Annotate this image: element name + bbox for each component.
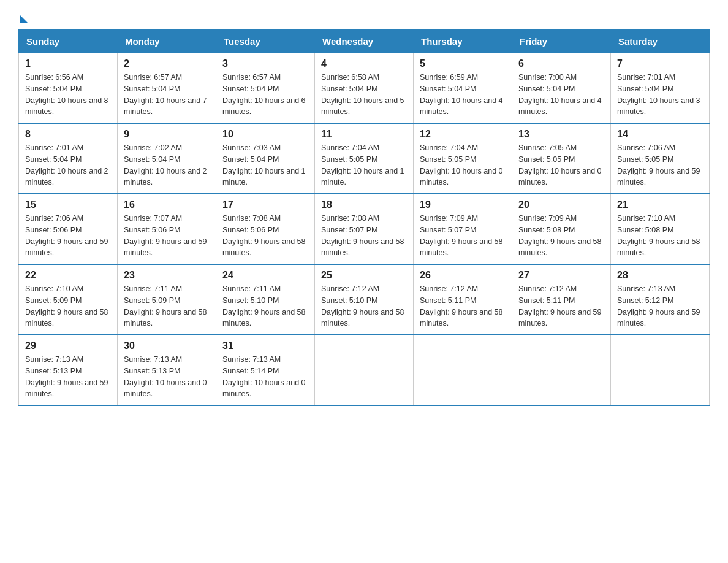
day-info: Sunrise: 7:13 AM Sunset: 5:12 PM Dayligh… <box>617 283 703 329</box>
day-info: Sunrise: 6:59 AM Sunset: 5:04 PM Dayligh… <box>420 72 506 118</box>
calendar-cell <box>611 335 710 405</box>
day-number: 7 <box>617 58 703 69</box>
calendar-cell: 18 Sunrise: 7:08 AM Sunset: 5:07 PM Dayl… <box>315 194 414 264</box>
calendar-cell: 9 Sunrise: 7:02 AM Sunset: 5:04 PM Dayli… <box>118 123 216 194</box>
calendar-cell: 8 Sunrise: 7:01 AM Sunset: 5:04 PM Dayli… <box>19 123 118 194</box>
day-info: Sunrise: 7:05 AM Sunset: 5:05 PM Dayligh… <box>518 142 604 188</box>
calendar-cell: 16 Sunrise: 7:07 AM Sunset: 5:06 PM Dayl… <box>118 194 216 264</box>
day-info: Sunrise: 7:06 AM Sunset: 5:05 PM Dayligh… <box>617 142 703 188</box>
header-cell-friday: Friday <box>512 30 611 53</box>
calendar-body: 1 Sunrise: 6:56 AM Sunset: 5:04 PM Dayli… <box>19 53 710 406</box>
page-header <box>18 12 710 23</box>
calendar-cell: 21 Sunrise: 7:10 AM Sunset: 5:08 PM Dayl… <box>611 194 710 264</box>
calendar-cell: 26 Sunrise: 7:12 AM Sunset: 5:11 PM Dayl… <box>414 264 512 335</box>
day-info: Sunrise: 7:10 AM Sunset: 5:08 PM Dayligh… <box>617 213 703 259</box>
day-info: Sunrise: 6:58 AM Sunset: 5:04 PM Dayligh… <box>321 72 407 118</box>
calendar-week-row: 29 Sunrise: 7:13 AM Sunset: 5:13 PM Dayl… <box>19 335 710 405</box>
day-number: 21 <box>617 199 703 210</box>
day-number: 24 <box>222 270 308 281</box>
calendar-cell: 15 Sunrise: 7:06 AM Sunset: 5:06 PM Dayl… <box>19 194 118 264</box>
day-number: 5 <box>420 58 506 69</box>
day-info: Sunrise: 6:57 AM Sunset: 5:04 PM Dayligh… <box>124 72 210 118</box>
day-info: Sunrise: 7:01 AM Sunset: 5:04 PM Dayligh… <box>25 142 111 188</box>
header-cell-tuesday: Tuesday <box>216 30 315 53</box>
calendar-cell: 5 Sunrise: 6:59 AM Sunset: 5:04 PM Dayli… <box>414 53 512 124</box>
day-number: 18 <box>321 199 407 210</box>
calendar-cell: 31 Sunrise: 7:13 AM Sunset: 5:14 PM Dayl… <box>216 335 315 405</box>
day-info: Sunrise: 7:07 AM Sunset: 5:06 PM Dayligh… <box>124 213 210 259</box>
day-number: 31 <box>222 340 308 351</box>
day-number: 14 <box>617 129 703 140</box>
day-info: Sunrise: 7:02 AM Sunset: 5:04 PM Dayligh… <box>124 142 210 188</box>
day-info: Sunrise: 7:00 AM Sunset: 5:04 PM Dayligh… <box>518 72 604 118</box>
calendar-cell: 14 Sunrise: 7:06 AM Sunset: 5:05 PM Dayl… <box>611 123 710 194</box>
logo-text <box>18 12 28 23</box>
day-info: Sunrise: 7:08 AM Sunset: 5:06 PM Dayligh… <box>222 213 308 259</box>
day-number: 11 <box>321 129 407 140</box>
day-number: 13 <box>518 129 604 140</box>
day-number: 16 <box>124 199 210 210</box>
header-cell-saturday: Saturday <box>611 30 710 53</box>
header-cell-thursday: Thursday <box>414 30 512 53</box>
calendar-week-row: 8 Sunrise: 7:01 AM Sunset: 5:04 PM Dayli… <box>19 123 710 194</box>
calendar-cell: 11 Sunrise: 7:04 AM Sunset: 5:05 PM Dayl… <box>315 123 414 194</box>
day-info: Sunrise: 7:01 AM Sunset: 5:04 PM Dayligh… <box>617 72 703 118</box>
day-info: Sunrise: 7:10 AM Sunset: 5:09 PM Dayligh… <box>25 283 111 329</box>
calendar-cell: 1 Sunrise: 6:56 AM Sunset: 5:04 PM Dayli… <box>19 53 118 124</box>
calendar-header-row: SundayMondayTuesdayWednesdayThursdayFrid… <box>19 30 710 53</box>
day-number: 6 <box>518 58 604 69</box>
calendar-cell: 2 Sunrise: 6:57 AM Sunset: 5:04 PM Dayli… <box>118 53 216 124</box>
calendar-cell: 10 Sunrise: 7:03 AM Sunset: 5:04 PM Dayl… <box>216 123 315 194</box>
calendar-cell: 17 Sunrise: 7:08 AM Sunset: 5:06 PM Dayl… <box>216 194 315 264</box>
calendar-cell: 23 Sunrise: 7:11 AM Sunset: 5:09 PM Dayl… <box>118 264 216 335</box>
calendar-cell: 29 Sunrise: 7:13 AM Sunset: 5:13 PM Dayl… <box>19 335 118 405</box>
calendar-cell <box>512 335 611 405</box>
day-number: 30 <box>124 340 210 351</box>
day-info: Sunrise: 6:56 AM Sunset: 5:04 PM Dayligh… <box>25 72 111 118</box>
day-info: Sunrise: 7:11 AM Sunset: 5:10 PM Dayligh… <box>222 283 308 329</box>
day-info: Sunrise: 7:12 AM Sunset: 5:10 PM Dayligh… <box>321 283 407 329</box>
calendar-week-row: 1 Sunrise: 6:56 AM Sunset: 5:04 PM Dayli… <box>19 53 710 124</box>
calendar-cell: 25 Sunrise: 7:12 AM Sunset: 5:10 PM Dayl… <box>315 264 414 335</box>
calendar-cell: 22 Sunrise: 7:10 AM Sunset: 5:09 PM Dayl… <box>19 264 118 335</box>
day-number: 9 <box>124 129 210 140</box>
day-number: 12 <box>420 129 506 140</box>
day-number: 10 <box>222 129 308 140</box>
day-info: Sunrise: 7:04 AM Sunset: 5:05 PM Dayligh… <box>420 142 506 188</box>
day-number: 28 <box>617 270 703 281</box>
day-number: 1 <box>25 58 111 69</box>
day-info: Sunrise: 7:09 AM Sunset: 5:08 PM Dayligh… <box>518 213 604 259</box>
day-info: Sunrise: 7:13 AM Sunset: 5:13 PM Dayligh… <box>124 354 210 400</box>
calendar-cell <box>414 335 512 405</box>
calendar-cell: 6 Sunrise: 7:00 AM Sunset: 5:04 PM Dayli… <box>512 53 611 124</box>
day-number: 2 <box>124 58 210 69</box>
logo <box>18 12 28 23</box>
day-number: 8 <box>25 129 111 140</box>
day-info: Sunrise: 7:09 AM Sunset: 5:07 PM Dayligh… <box>420 213 506 259</box>
logo-arrow-icon <box>20 15 28 23</box>
calendar-cell: 27 Sunrise: 7:12 AM Sunset: 5:11 PM Dayl… <box>512 264 611 335</box>
day-number: 17 <box>222 199 308 210</box>
calendar-cell: 20 Sunrise: 7:09 AM Sunset: 5:08 PM Dayl… <box>512 194 611 264</box>
day-info: Sunrise: 6:57 AM Sunset: 5:04 PM Dayligh… <box>222 72 308 118</box>
day-number: 4 <box>321 58 407 69</box>
calendar-cell: 28 Sunrise: 7:13 AM Sunset: 5:12 PM Dayl… <box>611 264 710 335</box>
day-number: 19 <box>420 199 506 210</box>
day-info: Sunrise: 7:06 AM Sunset: 5:06 PM Dayligh… <box>25 213 111 259</box>
calendar-week-row: 22 Sunrise: 7:10 AM Sunset: 5:09 PM Dayl… <box>19 264 710 335</box>
header-cell-sunday: Sunday <box>19 30 118 53</box>
calendar-cell <box>315 335 414 405</box>
header-cell-monday: Monday <box>118 30 216 53</box>
calendar-cell: 4 Sunrise: 6:58 AM Sunset: 5:04 PM Dayli… <box>315 53 414 124</box>
calendar-cell: 24 Sunrise: 7:11 AM Sunset: 5:10 PM Dayl… <box>216 264 315 335</box>
day-info: Sunrise: 7:08 AM Sunset: 5:07 PM Dayligh… <box>321 213 407 259</box>
day-number: 29 <box>25 340 111 351</box>
calendar-cell: 30 Sunrise: 7:13 AM Sunset: 5:13 PM Dayl… <box>118 335 216 405</box>
day-number: 23 <box>124 270 210 281</box>
day-info: Sunrise: 7:12 AM Sunset: 5:11 PM Dayligh… <box>420 283 506 329</box>
day-info: Sunrise: 7:03 AM Sunset: 5:04 PM Dayligh… <box>222 142 308 188</box>
day-number: 15 <box>25 199 111 210</box>
calendar-table: SundayMondayTuesdayWednesdayThursdayFrid… <box>18 29 710 406</box>
day-number: 25 <box>321 270 407 281</box>
day-info: Sunrise: 7:11 AM Sunset: 5:09 PM Dayligh… <box>124 283 210 329</box>
